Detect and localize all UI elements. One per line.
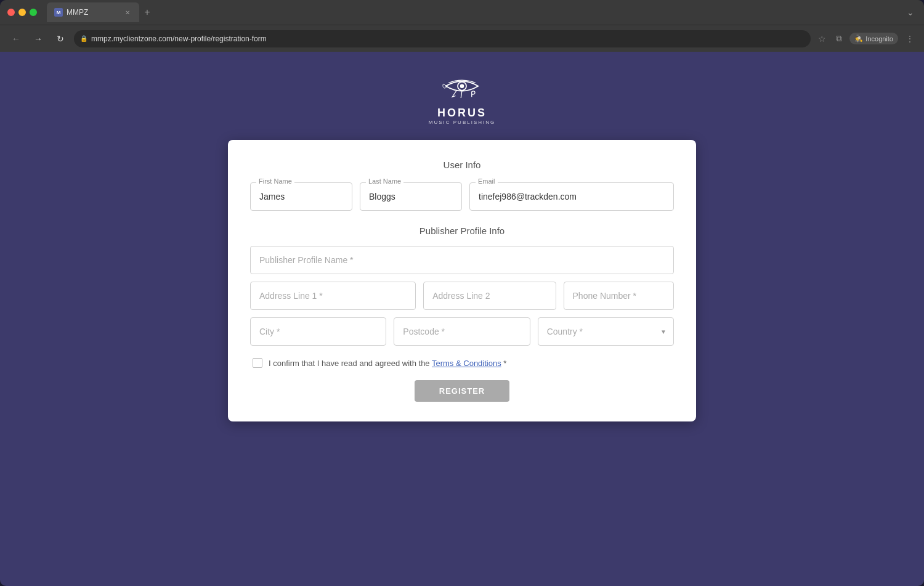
menu-button[interactable]: ⋮: [903, 31, 917, 46]
maximize-window-button[interactable]: [30, 9, 37, 16]
logo-container: HORUS MUSIC PUBLISHING: [429, 70, 495, 125]
split-view-button[interactable]: ⧉: [833, 31, 845, 46]
logo-subtitle: MUSIC PUBLISHING: [429, 120, 495, 125]
email-field-group: Email: [469, 182, 674, 211]
address-line1-field-group: [250, 282, 416, 310]
tab-close-button[interactable]: ✕: [123, 8, 132, 17]
bookmark-button[interactable]: ☆: [816, 31, 829, 46]
terms-checkbox-row: I confirm that I have read and agreed wi…: [250, 358, 674, 368]
tab-dropdown-button[interactable]: ⌄: [904, 5, 917, 20]
minimize-window-button[interactable]: [18, 9, 26, 16]
security-lock-icon: 🔒: [80, 35, 87, 42]
reload-button[interactable]: ↻: [52, 30, 69, 47]
incognito-badge: 🕵 Incognito: [849, 33, 898, 44]
address-line2-field-group: [423, 282, 556, 310]
title-bar: M MMPZ ✕ + ⌄: [0, 0, 924, 25]
email-label: Email: [476, 177, 498, 185]
country-select[interactable]: Country *: [538, 317, 674, 346]
address-bar[interactable]: 🔒 mmpz.myclientzone.com/new-profile/regi…: [74, 30, 811, 47]
first-name-label: First Name: [256, 177, 294, 185]
publisher-info-title: Publisher Profile Info: [250, 226, 674, 236]
terms-link[interactable]: Terms & Conditions: [432, 359, 501, 368]
active-tab[interactable]: M MMPZ ✕: [47, 2, 139, 22]
publisher-profile-name-field-group: [250, 246, 674, 274]
nav-right-controls: ☆ ⧉ 🕵 Incognito ⋮: [816, 31, 917, 46]
phone-number-field-group: [564, 282, 674, 310]
first-name-field-group: First Name: [250, 182, 352, 211]
terms-label: I confirm that I have read and agreed wi…: [269, 359, 506, 368]
last-name-label: Last Name: [366, 177, 403, 185]
register-button-container: REGISTER: [250, 380, 674, 402]
user-info-title: User Info: [250, 160, 674, 170]
incognito-label: Incognito: [865, 35, 893, 43]
navigation-bar: ← → ↻ 🔒 mmpz.myclientzone.com/new-profil…: [0, 25, 924, 52]
user-info-row: First Name Last Name Email: [250, 182, 674, 211]
tab-favicon: M: [54, 8, 63, 17]
country-field-group: Country *: [538, 317, 674, 346]
form-card: User Info First Name Last Name Email Pub…: [228, 140, 696, 421]
tab-right-controls: ⌄: [904, 5, 917, 20]
postcode-input[interactable]: [394, 317, 530, 346]
logo-title: HORUS: [429, 107, 495, 120]
last-name-input[interactable]: [360, 182, 462, 211]
last-name-field-group: Last Name: [360, 182, 462, 211]
incognito-icon: 🕵: [854, 35, 863, 43]
first-name-input[interactable]: [250, 182, 352, 211]
forward-button[interactable]: →: [30, 30, 47, 47]
postcode-field-group: [394, 317, 530, 346]
tab-label: MMPZ: [67, 8, 88, 17]
checkbox-required-star: *: [501, 359, 507, 368]
url-text: mmpz.myclientzone.com/new-profile/regist…: [91, 35, 804, 43]
checkbox-text-before: I confirm that I have read and agreed wi…: [269, 359, 432, 368]
svg-point-1: [460, 84, 463, 87]
tab-bar: M MMPZ ✕ +: [47, 2, 899, 22]
phone-number-input[interactable]: [564, 282, 674, 310]
content-area: HORUS MUSIC PUBLISHING User Info First N…: [0, 52, 924, 586]
back-button[interactable]: ←: [7, 30, 25, 47]
address-line2-input[interactable]: [423, 282, 556, 310]
close-window-button[interactable]: [7, 9, 15, 16]
register-button[interactable]: REGISTER: [415, 380, 509, 402]
address-phone-row: [250, 282, 674, 310]
address-line1-input[interactable]: [250, 282, 416, 310]
browser-window: M MMPZ ✕ + ⌄ ← → ↻ 🔒 mmpz.myclientzone.c…: [0, 0, 924, 586]
horus-logo: [440, 70, 484, 104]
terms-checkbox[interactable]: [253, 358, 262, 368]
traffic-lights: [7, 9, 37, 16]
city-postcode-country-row: Country *: [250, 317, 674, 346]
city-field-group: [250, 317, 386, 346]
new-tab-button[interactable]: +: [139, 4, 155, 20]
publisher-profile-name-input[interactable]: [250, 246, 674, 274]
email-input[interactable]: [469, 182, 674, 211]
city-input[interactable]: [250, 317, 386, 346]
logo-text: HORUS MUSIC PUBLISHING: [429, 107, 495, 125]
